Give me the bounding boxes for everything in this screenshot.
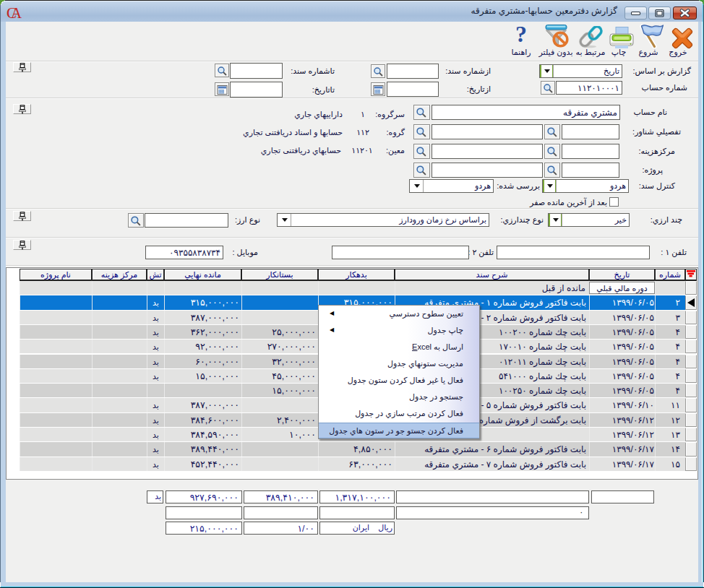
svg-text:?: ? — [515, 23, 527, 46]
